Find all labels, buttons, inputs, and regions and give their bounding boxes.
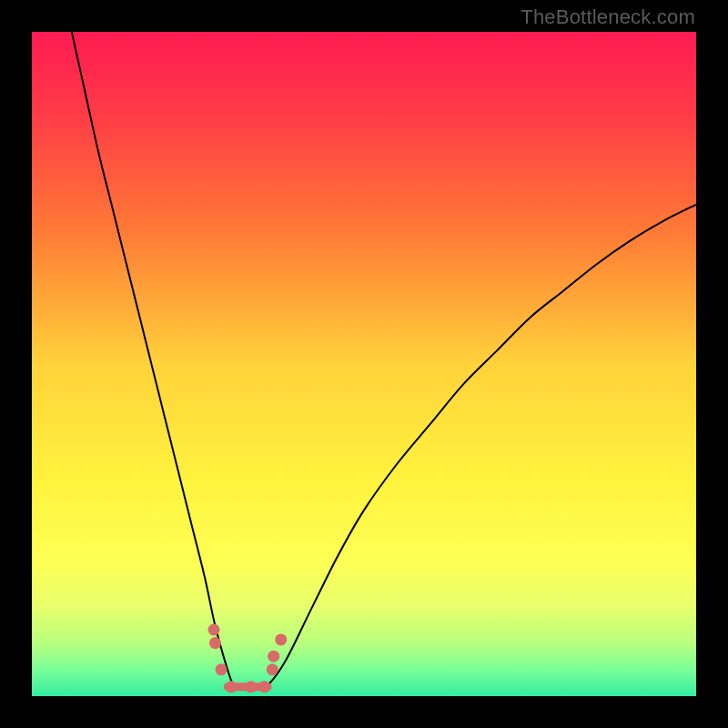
marker-dot [216,663,228,675]
chart-frame: TheBottleneck.com [0,0,728,728]
marker-dot [208,624,220,636]
marker-dot [209,637,221,649]
curve-layer [32,32,696,696]
marker-dot [275,633,287,645]
marker-dot [268,651,279,662]
marker-dot [245,681,257,693]
watermark-text: TheBottleneck.com [521,5,695,29]
marker-dot [258,681,270,693]
marker-dot [267,663,278,675]
marker-dots [208,624,288,693]
marker-dot [226,681,238,693]
bottleneck-curve [72,32,696,690]
plot-area [32,32,696,696]
